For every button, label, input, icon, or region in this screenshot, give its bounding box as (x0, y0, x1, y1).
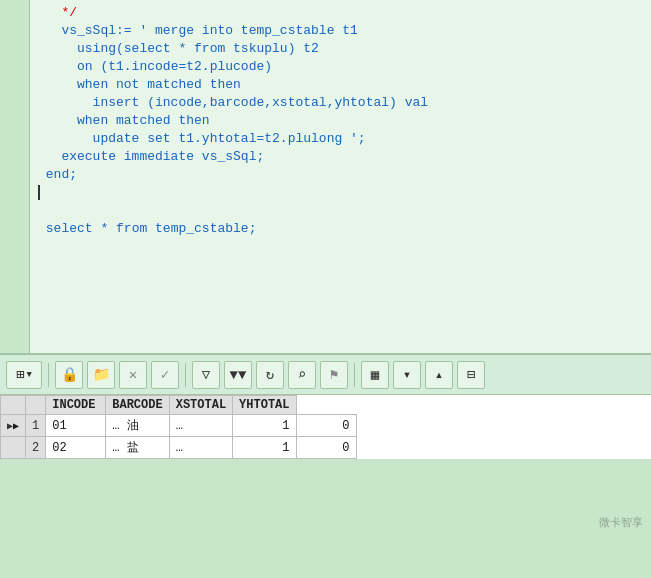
separator2 (185, 363, 186, 387)
col-barcode: BARCODE (106, 396, 169, 415)
separator1 (48, 363, 49, 387)
row-barcode-cell: … 油 (106, 415, 169, 437)
row-incode-cell: 02 (46, 437, 106, 459)
row-num-cell: 1 (26, 415, 46, 437)
folder-icon: 📁 (93, 366, 110, 383)
table-icon: ▦ (371, 366, 379, 383)
x-icon: ✕ (129, 366, 137, 383)
code-content[interactable]: */ vs_sSql:= ' merge into temp_cstable t… (32, 0, 651, 242)
search-button[interactable]: ⌕ (288, 361, 316, 389)
dropdown2-button[interactable]: ▾ (393, 361, 421, 389)
confirm-button[interactable]: ✓ (151, 361, 179, 389)
filter-all-icon: ▼▼ (230, 367, 247, 383)
col-incode: INCODE (46, 396, 106, 415)
row-yhtotal-cell: 1 (233, 437, 296, 459)
filter-all-button[interactable]: ▼▼ (224, 361, 252, 389)
table-button[interactable]: ▦ (361, 361, 389, 389)
row-xstotal-cell: … (169, 415, 232, 437)
table-area: INCODE BARCODE XSTOTAL YHTOTAL ▶ 1 01 … … (0, 395, 651, 459)
col-xstotal: XSTOTAL (169, 396, 232, 415)
row-barcode-cell: … 盐 (106, 437, 169, 459)
up-icon: ▴ (435, 366, 443, 383)
refresh-button[interactable]: ↻ (256, 361, 284, 389)
flag-button[interactable]: ⚑ (320, 361, 348, 389)
grid2-icon: ⊟ (467, 366, 475, 383)
folder-button[interactable]: 📁 (87, 361, 115, 389)
refresh-icon: ↻ (266, 366, 274, 383)
dropdown-arrow-icon: ▼ (27, 370, 32, 380)
row-incode-cell: 01 (46, 415, 106, 437)
cancel-button[interactable]: ✕ (119, 361, 147, 389)
col-indicator (1, 396, 26, 415)
lock-button[interactable]: 🔒 (55, 361, 83, 389)
grid-button[interactable]: ⊞ ▼ (6, 361, 42, 389)
chevron-down-icon: ▾ (403, 366, 411, 383)
binoculars-icon: ⌕ (298, 366, 306, 383)
row-arrow-cell (1, 437, 26, 459)
toolbar: ⊞ ▼ 🔒 📁 ✕ ✓ ▽ ▼▼ ↻ (0, 355, 651, 395)
filter-button[interactable]: ▽ (192, 361, 220, 389)
table-header-row: INCODE BARCODE XSTOTAL YHTOTAL (1, 396, 357, 415)
row-arrow-cell: ▶ (1, 415, 26, 437)
grid-icon: ⊞ (16, 366, 24, 383)
check-icon: ✓ (161, 366, 169, 383)
table-row: 2 02 … 盐 … 1 0 (1, 437, 357, 459)
col-yhtotal: YHTOTAL (233, 396, 296, 415)
line-numbers (0, 0, 30, 353)
row-xstotal-cell: … (169, 437, 232, 459)
separator3 (354, 363, 355, 387)
bottom-section: ⊞ ▼ 🔒 📁 ✕ ✓ ▽ ▼▼ ↻ (0, 355, 651, 538)
row-yhtotal-cell: 1 (233, 415, 296, 437)
row-num-cell: 2 (26, 437, 46, 459)
table-row: ▶ 1 01 … 油 … 1 0 (1, 415, 357, 437)
col-rownum (26, 396, 46, 415)
grid2-button[interactable]: ⊟ (457, 361, 485, 389)
filter-down-icon: ▽ (202, 366, 210, 383)
watermark: 微卡智享 (599, 515, 643, 530)
flag-icon: ⚑ (330, 366, 338, 383)
lock-icon: 🔒 (61, 366, 78, 383)
row-yhtotal2-cell: 0 (296, 415, 356, 437)
code-area: */ vs_sSql:= ' merge into temp_cstable t… (0, 0, 651, 355)
up-button[interactable]: ▴ (425, 361, 453, 389)
row-yhtotal2-cell: 0 (296, 437, 356, 459)
